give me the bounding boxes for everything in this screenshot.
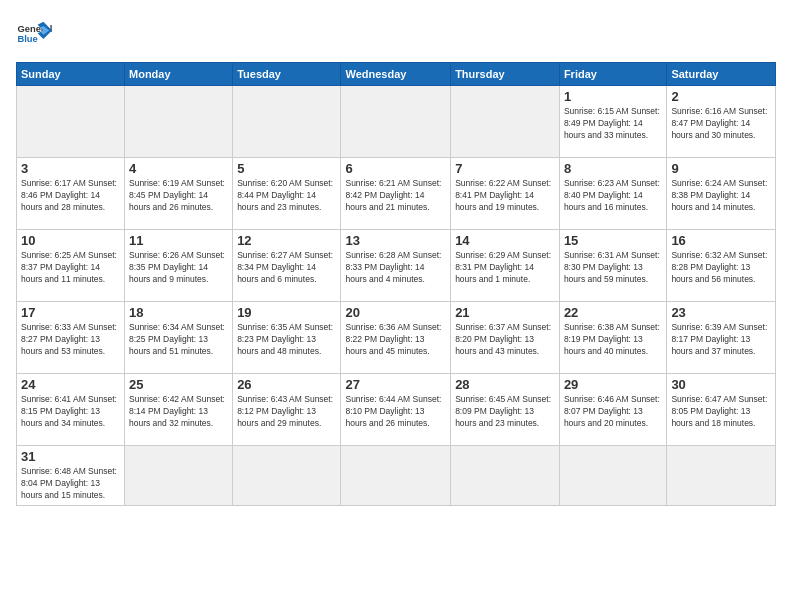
calendar-cell: 12Sunrise: 6:27 AM Sunset: 8:34 PM Dayli… [233,230,341,302]
day-number: 21 [455,305,555,320]
calendar-week-row-3: 17Sunrise: 6:33 AM Sunset: 8:27 PM Dayli… [17,302,776,374]
general-blue-logo-icon: General Blue [16,16,52,52]
day-info: Sunrise: 6:39 AM Sunset: 8:17 PM Dayligh… [671,322,771,358]
day-number: 16 [671,233,771,248]
calendar-cell: 26Sunrise: 6:43 AM Sunset: 8:12 PM Dayli… [233,374,341,446]
day-number: 26 [237,377,336,392]
day-info: Sunrise: 6:29 AM Sunset: 8:31 PM Dayligh… [455,250,555,286]
calendar-table: SundayMondayTuesdayWednesdayThursdayFrid… [16,62,776,506]
calendar-cell [559,446,666,506]
calendar-cell: 17Sunrise: 6:33 AM Sunset: 8:27 PM Dayli… [17,302,125,374]
calendar-cell [125,86,233,158]
svg-text:Blue: Blue [17,34,37,44]
day-number: 25 [129,377,228,392]
day-number: 2 [671,89,771,104]
day-info: Sunrise: 6:38 AM Sunset: 8:19 PM Dayligh… [564,322,662,358]
calendar-cell: 9Sunrise: 6:24 AM Sunset: 8:38 PM Daylig… [667,158,776,230]
day-info: Sunrise: 6:19 AM Sunset: 8:45 PM Dayligh… [129,178,228,214]
calendar-week-row-1: 3Sunrise: 6:17 AM Sunset: 8:46 PM Daylig… [17,158,776,230]
day-number: 14 [455,233,555,248]
col-header-friday: Friday [559,63,666,86]
calendar-cell: 16Sunrise: 6:32 AM Sunset: 8:28 PM Dayli… [667,230,776,302]
day-info: Sunrise: 6:35 AM Sunset: 8:23 PM Dayligh… [237,322,336,358]
calendar-cell: 4Sunrise: 6:19 AM Sunset: 8:45 PM Daylig… [125,158,233,230]
day-info: Sunrise: 6:27 AM Sunset: 8:34 PM Dayligh… [237,250,336,286]
day-number: 7 [455,161,555,176]
col-header-sunday: Sunday [17,63,125,86]
calendar-cell: 5Sunrise: 6:20 AM Sunset: 8:44 PM Daylig… [233,158,341,230]
calendar-week-row-0: 1Sunrise: 6:15 AM Sunset: 8:49 PM Daylig… [17,86,776,158]
day-info: Sunrise: 6:33 AM Sunset: 8:27 PM Dayligh… [21,322,120,358]
day-number: 1 [564,89,662,104]
day-info: Sunrise: 6:46 AM Sunset: 8:07 PM Dayligh… [564,394,662,430]
calendar-week-row-2: 10Sunrise: 6:25 AM Sunset: 8:37 PM Dayli… [17,230,776,302]
calendar-cell: 11Sunrise: 6:26 AM Sunset: 8:35 PM Dayli… [125,230,233,302]
calendar-cell: 7Sunrise: 6:22 AM Sunset: 8:41 PM Daylig… [451,158,560,230]
day-info: Sunrise: 6:34 AM Sunset: 8:25 PM Dayligh… [129,322,228,358]
day-number: 11 [129,233,228,248]
calendar-cell [17,86,125,158]
col-header-wednesday: Wednesday [341,63,451,86]
col-header-thursday: Thursday [451,63,560,86]
calendar-cell: 31Sunrise: 6:48 AM Sunset: 8:04 PM Dayli… [17,446,125,506]
calendar-cell [233,446,341,506]
day-number: 27 [345,377,446,392]
day-info: Sunrise: 6:17 AM Sunset: 8:46 PM Dayligh… [21,178,120,214]
calendar-cell [341,86,451,158]
calendar-cell: 20Sunrise: 6:36 AM Sunset: 8:22 PM Dayli… [341,302,451,374]
day-info: Sunrise: 6:44 AM Sunset: 8:10 PM Dayligh… [345,394,446,430]
calendar-cell: 15Sunrise: 6:31 AM Sunset: 8:30 PM Dayli… [559,230,666,302]
calendar-cell: 2Sunrise: 6:16 AM Sunset: 8:47 PM Daylig… [667,86,776,158]
calendar-cell: 6Sunrise: 6:21 AM Sunset: 8:42 PM Daylig… [341,158,451,230]
day-number: 8 [564,161,662,176]
col-header-tuesday: Tuesday [233,63,341,86]
day-info: Sunrise: 6:24 AM Sunset: 8:38 PM Dayligh… [671,178,771,214]
calendar-cell: 3Sunrise: 6:17 AM Sunset: 8:46 PM Daylig… [17,158,125,230]
day-info: Sunrise: 6:16 AM Sunset: 8:47 PM Dayligh… [671,106,771,142]
day-number: 6 [345,161,446,176]
calendar-cell: 22Sunrise: 6:38 AM Sunset: 8:19 PM Dayli… [559,302,666,374]
calendar-cell: 30Sunrise: 6:47 AM Sunset: 8:05 PM Dayli… [667,374,776,446]
calendar-cell: 18Sunrise: 6:34 AM Sunset: 8:25 PM Dayli… [125,302,233,374]
day-number: 30 [671,377,771,392]
day-info: Sunrise: 6:20 AM Sunset: 8:44 PM Dayligh… [237,178,336,214]
logo: General Blue [16,16,52,52]
day-info: Sunrise: 6:41 AM Sunset: 8:15 PM Dayligh… [21,394,120,430]
day-number: 9 [671,161,771,176]
header: General Blue [16,16,776,52]
calendar-cell [233,86,341,158]
day-info: Sunrise: 6:43 AM Sunset: 8:12 PM Dayligh… [237,394,336,430]
day-info: Sunrise: 6:47 AM Sunset: 8:05 PM Dayligh… [671,394,771,430]
day-number: 5 [237,161,336,176]
calendar-cell: 14Sunrise: 6:29 AM Sunset: 8:31 PM Dayli… [451,230,560,302]
day-number: 19 [237,305,336,320]
calendar-cell [451,446,560,506]
calendar-cell: 13Sunrise: 6:28 AM Sunset: 8:33 PM Dayli… [341,230,451,302]
calendar-cell [451,86,560,158]
day-info: Sunrise: 6:23 AM Sunset: 8:40 PM Dayligh… [564,178,662,214]
calendar-cell: 8Sunrise: 6:23 AM Sunset: 8:40 PM Daylig… [559,158,666,230]
calendar-cell: 27Sunrise: 6:44 AM Sunset: 8:10 PM Dayli… [341,374,451,446]
calendar-cell: 23Sunrise: 6:39 AM Sunset: 8:17 PM Dayli… [667,302,776,374]
page: General Blue SundayMondayTuesdayWednesda… [0,0,792,612]
calendar-week-row-5: 31Sunrise: 6:48 AM Sunset: 8:04 PM Dayli… [17,446,776,506]
calendar-cell: 25Sunrise: 6:42 AM Sunset: 8:14 PM Dayli… [125,374,233,446]
day-number: 28 [455,377,555,392]
calendar-cell [125,446,233,506]
day-number: 3 [21,161,120,176]
day-info: Sunrise: 6:36 AM Sunset: 8:22 PM Dayligh… [345,322,446,358]
day-number: 18 [129,305,228,320]
day-number: 4 [129,161,228,176]
col-header-monday: Monday [125,63,233,86]
day-number: 17 [21,305,120,320]
day-number: 15 [564,233,662,248]
day-info: Sunrise: 6:15 AM Sunset: 8:49 PM Dayligh… [564,106,662,142]
calendar-cell: 21Sunrise: 6:37 AM Sunset: 8:20 PM Dayli… [451,302,560,374]
day-info: Sunrise: 6:28 AM Sunset: 8:33 PM Dayligh… [345,250,446,286]
calendar-cell [341,446,451,506]
calendar-cell: 19Sunrise: 6:35 AM Sunset: 8:23 PM Dayli… [233,302,341,374]
col-header-saturday: Saturday [667,63,776,86]
calendar-week-row-4: 24Sunrise: 6:41 AM Sunset: 8:15 PM Dayli… [17,374,776,446]
calendar-cell [667,446,776,506]
day-number: 24 [21,377,120,392]
